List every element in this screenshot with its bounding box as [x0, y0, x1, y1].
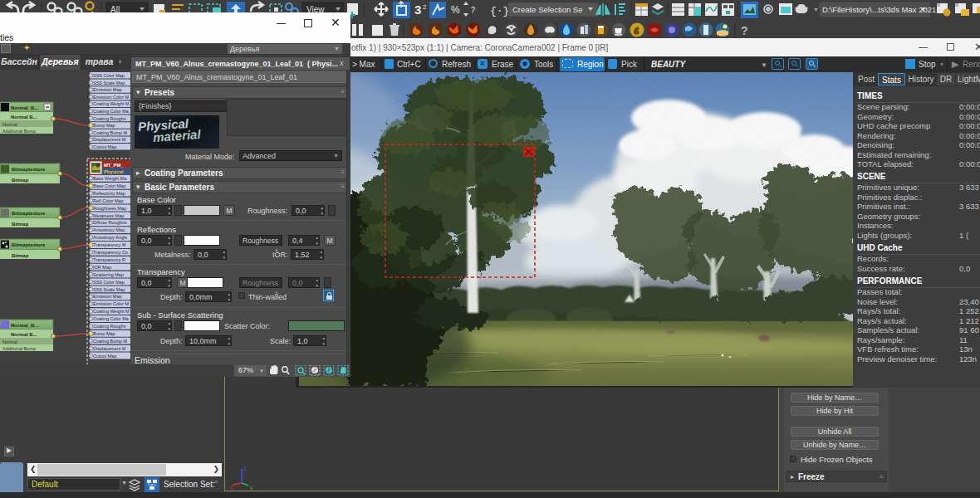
svg-text:{·}: {·} [490, 5, 509, 17]
svg-text:Coating Weight M: Coating Weight M [93, 309, 130, 314]
svg-text:Bitmaptexture: Bitmaptexture [12, 242, 46, 247]
svg-text:Transparency Co: Transparency Co [93, 250, 128, 255]
svg-text:Reflectivity Map: Reflectivity Map [93, 191, 125, 196]
svg-text:SSS Scale Map: SSS Scale Map [93, 81, 125, 85]
svg-text:Normal: Normal [2, 122, 17, 127]
svg-text:Coating Color Ma: Coating Color Ma [93, 109, 130, 114]
svg-text:Transparency M: Transparency M [93, 242, 126, 247]
svg-text:Emission Map: Emission Map [93, 87, 122, 92]
svg-text:?: ? [741, 24, 748, 37]
svg-text:Diffuse Roughne: Diffuse Roughne [93, 220, 127, 225]
svg-text:Create Selection Se: Create Selection Se [512, 5, 583, 14]
svg-text:Transparency R: Transparency R [93, 257, 125, 262]
svg-text:Bump Map: Bump Map [93, 123, 115, 128]
svg-text:3: 3 [414, 2, 421, 17]
svg-text:Refl Color Map: Refl Color Map [93, 198, 124, 203]
svg-text:IOR Map: IOR Map [93, 265, 111, 270]
svg-text:Bitmap: Bitmap [12, 253, 29, 258]
svg-text:Base Weight Ma: Base Weight Ma [93, 176, 127, 181]
svg-text:SSS Color Map: SSS Color Map [93, 280, 125, 285]
svg-text:Bitmap: Bitmap [12, 222, 29, 227]
svg-text:Bump Map: Bump Map [93, 331, 115, 336]
svg-text:Metalness Map: Metalness Map [93, 213, 124, 218]
svg-text:Normal B...: Normal B... [11, 115, 37, 120]
svg-text:Anisotropy Map: Anisotropy Map [93, 227, 125, 232]
svg-text:z: z [243, 466, 247, 471]
svg-text:Physical: Physical [104, 169, 124, 174]
svg-text:Emission Color M: Emission Color M [93, 95, 130, 100]
svg-text:Normal_B...: Normal_B... [11, 323, 39, 328]
svg-text:Additional Bump: Additional Bump [2, 129, 36, 134]
svg-text:Coating Weight M: Coating Weight M [93, 101, 130, 106]
svg-text:Normal_B...: Normal_B... [11, 105, 39, 110]
svg-text:Coating Color Ma: Coating Color Ma [93, 316, 130, 321]
svg-text:Cutout Map: Cutout Map [93, 354, 116, 359]
svg-text:Bitmaptexture: Bitmaptexture [12, 167, 46, 172]
svg-text:Cutout Map: Cutout Map [93, 144, 116, 149]
svg-text:Displacement M: Displacement M [93, 137, 126, 142]
svg-text:2: 2 [423, 3, 427, 11]
svg-text:Emission Map: Emission Map [93, 294, 122, 299]
svg-text:%: % [451, 4, 460, 16]
svg-text:Normal: Normal [2, 339, 17, 344]
svg-text:Scattering Map: Scattering Map [93, 272, 124, 277]
svg-text:Coating Bump M: Coating Bump M [93, 339, 127, 344]
svg-text:Coating Roughn: Coating Roughn [93, 324, 126, 329]
svg-text:MT_PM_: MT_PM_ [104, 163, 124, 168]
svg-text:x: x [230, 485, 233, 490]
svg-text:Anisotropy Angle: Anisotropy Angle [93, 235, 127, 240]
svg-text:SSS Scale Map: SSS Scale Map [93, 287, 125, 292]
svg-text:Additional Bump: Additional Bump [2, 346, 36, 351]
svg-text:D:\FileHistory\...ts\3ds Max 2: D:\FileHistory\...ts\3ds Max 2021 [822, 5, 936, 14]
svg-text:Base Color Map: Base Color Map [93, 183, 125, 188]
svg-text:Bitmaptexture: Bitmaptexture [12, 211, 46, 216]
svg-text:Roughness Map: Roughness Map [93, 206, 126, 211]
svg-text:Emission Color M: Emission Color M [93, 301, 130, 306]
svg-text:Bitmap: Bitmap [12, 178, 29, 183]
svg-text:Coating Roughn: Coating Roughn [93, 116, 126, 121]
svg-text:y: y [250, 485, 253, 490]
svg-text:Displacement M: Displacement M [93, 346, 126, 351]
svg-text:Normal B...: Normal B... [11, 332, 37, 337]
svg-text:SSS Color Map: SSS Color Map [93, 73, 125, 78]
svg-text:Coating Bump M: Coating Bump M [93, 130, 127, 135]
